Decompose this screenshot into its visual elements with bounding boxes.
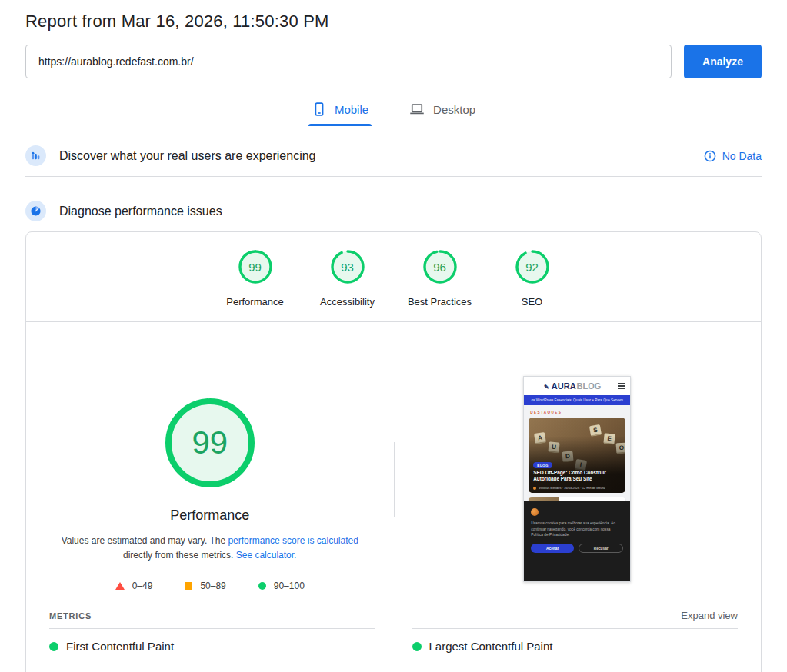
- metric-row-fcp: First Contentful Paint: [49, 640, 375, 653]
- metric-column: Largest Contentful Paint: [412, 628, 739, 653]
- green-status-dot-icon: [412, 642, 422, 651]
- gauge-best-practices[interactable]: 96 Best Practices: [394, 249, 486, 308]
- metric-column: First Contentful Paint: [49, 628, 375, 653]
- legend-range: 90–100: [274, 581, 305, 591]
- cookie-banner: Usamos cookies para melhorar sua experiê…: [524, 501, 630, 581]
- legend-range: 0–49: [132, 581, 153, 591]
- gauge-label: Best Practices: [408, 296, 472, 308]
- info-icon: [704, 150, 716, 162]
- metric-name: First Contentful Paint: [66, 640, 174, 653]
- field-data-heading: Discover what your real users are experi…: [59, 149, 315, 163]
- metrics-grid: First Contentful Paint Largest Contentfu…: [26, 628, 761, 653]
- thumb-site-header: ✎ AURA BLOG: [524, 377, 630, 395]
- metric-name: Largest Contentful Paint: [429, 640, 553, 653]
- metrics-header: METRICS Expand view: [26, 610, 761, 621]
- pagespeed-report: Report from Mar 16, 2026, 11:50:30 PM An…: [0, 12, 787, 672]
- orange-square-icon: [185, 582, 192, 590]
- performance-score-column: 99 Performance Values are estimated and …: [26, 322, 394, 591]
- metric-row-lcp: Largest Contentful Paint: [412, 640, 739, 653]
- screenshot-column: ✎ AURA BLOG os WordPress Essenciais: Qua…: [394, 322, 762, 591]
- page-title: Report from Mar 16, 2026, 11:50:30 PM: [25, 12, 762, 32]
- gauge-score: 99: [238, 249, 273, 284]
- cookie-consent-text: Usamos cookies para melhorar sua experiê…: [531, 521, 623, 538]
- description-text: directly from these metrics.: [123, 550, 236, 561]
- green-status-dot-icon: [49, 642, 58, 651]
- lab-data-heading: Diagnose performance issues: [59, 205, 222, 218]
- device-tabs: Mobile Desktop: [25, 97, 762, 126]
- aurablog-logo: ✎ AURA BLOG: [544, 381, 601, 391]
- gauge-label: SEO: [522, 296, 542, 308]
- tab-mobile-label: Mobile: [335, 103, 368, 116]
- cookie-icon: [531, 508, 539, 516]
- gauge-score: 93: [330, 249, 365, 284]
- description-text: Values are estimated and may vary. The: [62, 535, 228, 546]
- hero-blog-badge: BLOG: [533, 462, 552, 468]
- category-scores-row: 99 Performance 93 Accessibility: [26, 232, 761, 308]
- url-input[interactable]: [25, 45, 672, 78]
- diagnose-gauge-icon: [25, 201, 46, 221]
- cookie-decline-button: Recusar: [579, 544, 623, 553]
- green-circle-icon: [258, 582, 266, 590]
- real-users-icon: [25, 145, 46, 166]
- logo-text-blog: BLOG: [577, 381, 602, 391]
- thumb-hero-card: A U D I S E O BLOG SEO Off-Page: Como Co…: [529, 418, 625, 493]
- gauge-accessibility[interactable]: 93 Accessibility: [302, 249, 394, 308]
- performance-report-card: 99 Performance 93 Accessibility: [25, 231, 762, 672]
- hero-meta: Vinícius Mendes · 16/03/2026 · 12 min de…: [533, 486, 621, 490]
- logo-text-aura: AURA: [552, 381, 576, 391]
- big-gauge-score: 99: [165, 398, 255, 488]
- gauge-label: Accessibility: [320, 296, 375, 308]
- gauge-score: 96: [422, 249, 458, 284]
- gauge-performance[interactable]: 99 Performance: [209, 249, 302, 308]
- legend-range: 50–89: [200, 581, 225, 591]
- field-data-section-header: Discover what your real users are experi…: [25, 145, 762, 166]
- score-description: Values are estimated and may vary. The p…: [53, 534, 367, 563]
- calculated-link[interactable]: performance score is calculated: [228, 535, 358, 546]
- cookie-accept-button: Aceitar: [531, 544, 574, 553]
- gauge-label: Performance: [226, 296, 283, 308]
- expand-view-link[interactable]: Expand view: [681, 610, 738, 621]
- author-avatar: [533, 487, 536, 490]
- analyze-button[interactable]: Analyze: [684, 45, 762, 78]
- thumb-section-label: DESTAQUES: [530, 411, 624, 414]
- mobile-phone-icon: [312, 101, 327, 117]
- aurablog-logo-icon: ✎: [544, 384, 549, 391]
- hero-title: SEO Off-Page: Como Construir Autoridade …: [533, 470, 621, 483]
- red-triangle-icon: [115, 582, 125, 590]
- legend-pass: 90–100: [258, 581, 305, 591]
- url-bar: Analyze: [25, 45, 762, 78]
- page-screenshot-thumbnail[interactable]: ✎ AURA BLOG os WordPress Essenciais: Qua…: [523, 376, 631, 582]
- desktop-laptop-icon: [409, 101, 425, 117]
- legend-fail: 0–49: [115, 581, 153, 591]
- lab-data-section-header: Diagnose performance issues: [25, 201, 762, 221]
- score-legend: 0–49 50–89 90–100: [115, 581, 305, 591]
- tab-mobile[interactable]: Mobile: [308, 97, 372, 126]
- thumb-ticker-bar: os WordPress Essenciais: Quais Usar e Pa…: [524, 395, 630, 405]
- summary-vertical-divider: [394, 442, 395, 517]
- tab-desktop[interactable]: Desktop: [405, 97, 479, 126]
- performance-label: Performance: [170, 507, 249, 524]
- section-divider: [25, 176, 762, 177]
- see-calculator-link[interactable]: See calculator.: [236, 550, 297, 561]
- metrics-heading: METRICS: [49, 611, 92, 620]
- legend-average: 50–89: [185, 581, 225, 591]
- hamburger-menu-icon: [618, 383, 625, 390]
- hero-meta-text: Vinícius Mendes · 16/03/2026 · 12 min de…: [539, 486, 605, 490]
- no-data-status[interactable]: No Data: [704, 150, 762, 162]
- tab-desktop-label: Desktop: [433, 103, 475, 116]
- no-data-label: No Data: [722, 150, 762, 162]
- performance-summary: 99 Performance Values are estimated and …: [26, 322, 761, 591]
- gauge-seo[interactable]: 92 SEO: [486, 249, 579, 308]
- gauge-score: 92: [515, 249, 550, 284]
